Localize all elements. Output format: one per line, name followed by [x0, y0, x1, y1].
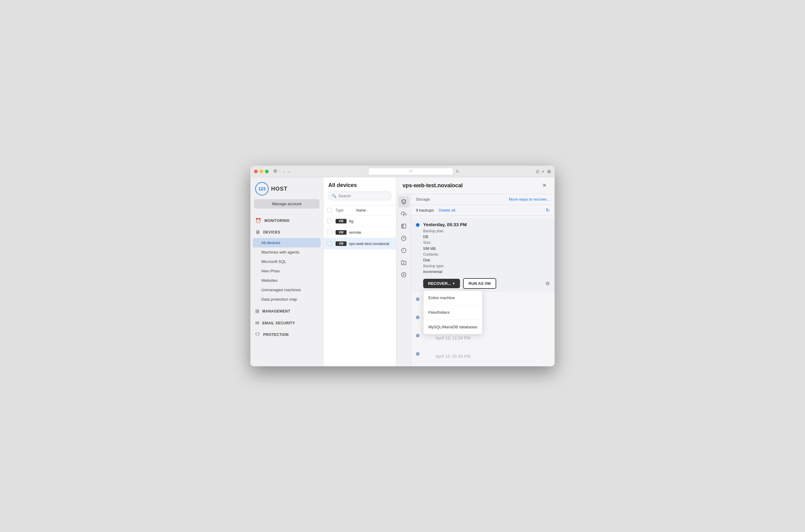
- monitoring-label: MONITORING: [264, 218, 290, 223]
- recover-dropdown: Entire machine Files/folders MySQL/Maria…: [423, 290, 482, 335]
- search-box[interactable]: 🔍: [328, 191, 391, 200]
- device-type-badge-1: VM: [335, 230, 347, 235]
- address-bar-area: 🛡 ↻: [294, 168, 534, 175]
- x-circle-icon-btn[interactable]: [398, 269, 409, 280]
- timeline-dot-3: [416, 334, 420, 338]
- management-label: MANAGEMENT: [262, 309, 290, 314]
- device-row[interactable]: VM vps-web-test.novalocal: [324, 238, 396, 249]
- protection-label: PROTECTION: [263, 332, 289, 337]
- device-checkbox-1[interactable]: [327, 230, 332, 235]
- search-input[interactable]: [338, 194, 388, 198]
- detail-panel: vps-web-test.novalocal ✕: [397, 177, 555, 366]
- close-detail-button[interactable]: ✕: [540, 182, 549, 189]
- brand-name: HOST: [271, 186, 288, 192]
- manage-account-button[interactable]: Manage account: [254, 199, 319, 209]
- sidebar-subitem-hien-phan[interactable]: Hien Phan: [253, 266, 321, 276]
- device-type-badge-0: VM: [335, 219, 347, 224]
- sidebar-subitem-machines-with-agents[interactable]: Machines with agents: [253, 247, 321, 257]
- detail-body: Storage: More ways to recover... 9 backu…: [397, 194, 555, 366]
- sidebar-item-management[interactable]: ⊞ MANAGEMENT: [250, 305, 323, 317]
- device-checkbox-0[interactable]: [327, 218, 332, 224]
- more-ways-link[interactable]: More ways to recover...: [509, 197, 550, 202]
- timeline-dot-2: [416, 316, 420, 319]
- dropdown-item-files-folders[interactable]: Files/folders: [423, 306, 482, 318]
- search-icon: 🔍: [332, 194, 336, 198]
- run-as-vm-button[interactable]: RUN AS VM: [463, 278, 496, 289]
- select-all-checkbox[interactable]: [327, 208, 332, 213]
- side-icon-nav: [397, 194, 411, 366]
- delete-all-link[interactable]: Delete all: [439, 208, 455, 212]
- backup-item-5[interactable]: April 19, 05:13 PM: [411, 365, 555, 367]
- devices-label: DEVICES: [263, 230, 280, 234]
- alert-icon-btn[interactable]: [398, 245, 409, 256]
- security-icon: 🛡: [409, 169, 413, 174]
- clock-icon-btn[interactable]: [398, 233, 409, 244]
- sidebar-subitem-unmanaged-machines[interactable]: Unmanaged machines: [253, 285, 321, 294]
- sidebar-section-monitoring: ⏰ MONITORING 🖥 DEVICES All devices Machi…: [250, 213, 323, 305]
- storage-label: Storage:: [416, 197, 431, 202]
- timeline-dot-1: [416, 297, 420, 301]
- maximize-window-button[interactable]: [265, 170, 269, 173]
- logo-icon: 123: [255, 182, 269, 195]
- device-checkbox-2[interactable]: [327, 241, 332, 246]
- device-name-2: vps-web-test.novalocal: [349, 241, 392, 246]
- title-bar-actions: ⎙ + ⊞: [536, 169, 551, 174]
- name-column-header[interactable]: Name ↑: [356, 208, 392, 212]
- timeline-dot-primary: [416, 223, 420, 227]
- chevron-icon[interactable]: ⌄: [278, 168, 281, 174]
- device-type-badge-2: VM: [335, 241, 347, 246]
- backup-content: Storage: More ways to recover... 9 backu…: [411, 194, 555, 366]
- backup-date-main: Yesterday, 05:33 PM: [423, 222, 550, 227]
- dropdown-item-mysql[interactable]: MySQL/MariaDB databases: [423, 321, 482, 333]
- backup-item-content: Yesterday, 05:33 PM Backup plan: DB Size…: [423, 222, 550, 289]
- type-column-header: Type: [335, 208, 354, 212]
- address-bar[interactable]: 🛡: [368, 168, 453, 175]
- backup-subbar: 9 backups Delete all ↻: [411, 205, 555, 216]
- close-window-button[interactable]: [254, 170, 258, 173]
- grid-icon[interactable]: ⊞: [547, 169, 551, 174]
- sidebar-item-monitoring[interactable]: ⏰ MONITORING: [250, 215, 323, 227]
- logo-area: 123 HOST: [250, 182, 323, 199]
- folder-plus-icon-btn[interactable]: [398, 257, 409, 268]
- sidebar-subitem-all-devices[interactable]: All devices: [253, 238, 321, 247]
- backup-list: Yesterday, 05:33 PM Backup plan: DB Size…: [411, 216, 555, 366]
- sidebar-item-email-security[interactable]: ✉ EMAIL SECURITY: [250, 317, 323, 329]
- sidebar-item-devices[interactable]: 🖥 DEVICES: [250, 227, 323, 238]
- email-security-label: EMAIL SECURITY: [262, 321, 295, 325]
- sidebar-subitem-data-protection-map[interactable]: Data protection map: [253, 294, 321, 304]
- monitoring-icon: ⏰: [255, 218, 261, 224]
- back-button[interactable]: ‹: [282, 168, 286, 174]
- timeline-dot-4: [416, 352, 420, 356]
- minimize-window-button[interactable]: [259, 170, 263, 173]
- new-tab-icon[interactable]: +: [542, 169, 544, 174]
- sidebar-subitem-websites[interactable]: Websites: [253, 276, 321, 285]
- device-row[interactable]: VM remote: [324, 227, 396, 238]
- management-icon: ⊞: [255, 308, 259, 314]
- refresh-button[interactable]: ↻: [546, 207, 550, 213]
- sort-arrow-icon: ↑: [367, 209, 368, 212]
- dropdown-item-entire-machine[interactable]: Entire machine: [423, 292, 482, 304]
- traffic-lights: [254, 170, 269, 173]
- title-bar: ⊞ ⌄ ‹ › 🛡 ↻ ⎙ + ⊞: [250, 166, 555, 177]
- main-content: 123 HOST Manage account ⏰ MONITORING 🖥 D…: [250, 177, 555, 366]
- sidebar-item-protection[interactable]: 🛡 PROTECTION: [250, 329, 323, 341]
- sidebar-subitem-microsoft-sql[interactable]: Microsoft SQL: [253, 257, 321, 266]
- protection-icon: 🛡: [255, 332, 260, 338]
- device-row[interactable]: VM 8g: [324, 215, 396, 227]
- backup-settings-button[interactable]: ⚙: [546, 281, 550, 286]
- backup-item-primary[interactable]: Yesterday, 05:33 PM Backup plan: DB Size…: [411, 218, 555, 292]
- main-window: ⊞ ⌄ ‹ › 🛡 ↻ ⎙ + ⊞ 123 HOST Manage accoun…: [250, 166, 555, 366]
- sidebar-toggle-icon[interactable]: ⊞: [274, 168, 277, 174]
- device-list-title: All devices: [328, 182, 391, 189]
- refresh-icon[interactable]: ↻: [456, 169, 459, 174]
- backup-date-4: April 19, 05:33 PM: [423, 351, 475, 362]
- list-icon-btn[interactable]: [398, 221, 409, 232]
- forward-button[interactable]: ›: [288, 168, 291, 174]
- devices-icon: 🖥: [255, 229, 260, 235]
- upload-icon-btn[interactable]: [398, 209, 409, 220]
- shield-check-icon-btn[interactable]: [398, 196, 409, 207]
- share-icon[interactable]: ⎙: [536, 169, 539, 174]
- recover-button[interactable]: RECOVER... ▼: [423, 279, 460, 288]
- svg-rect-1: [402, 224, 406, 228]
- backup-item-4[interactable]: April 19, 05:33 PM: [411, 347, 555, 365]
